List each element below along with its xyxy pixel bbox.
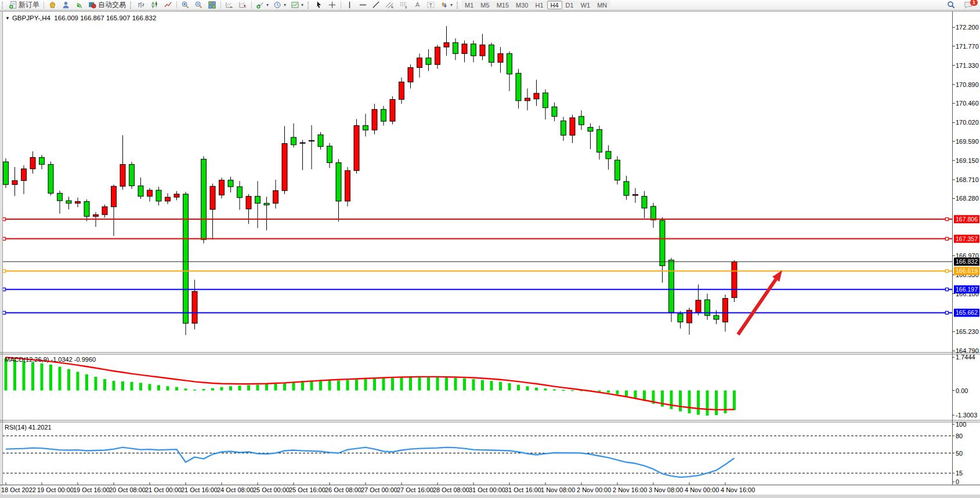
new-order-button[interactable]: 新订单 (6, 1, 42, 10)
separator (176, 1, 177, 9)
bar-chart-icon (137, 1, 146, 9)
svg-text:172.200: 172.200 (956, 24, 979, 31)
timeframe-m30[interactable]: M30 (512, 1, 531, 9)
hline-handle[interactable] (3, 311, 6, 314)
hline-handle[interactable] (946, 288, 949, 291)
toolbar-grip[interactable] (457, 2, 459, 9)
toolbar-group-chart: ▾ ▾ ▾ (128, 0, 306, 10)
timeframe-mn[interactable]: MN (594, 1, 610, 9)
chart-shift-button[interactable] (236, 1, 249, 10)
svg-text:18 Oct 2022: 18 Oct 2022 (1, 486, 36, 493)
candlestick-chart-icon (150, 1, 159, 9)
svg-text:170.020: 170.020 (956, 119, 979, 126)
svg-text:166.197: 166.197 (956, 286, 978, 293)
toolbar-grip[interactable] (130, 2, 132, 9)
fibonacci-button[interactable]: F (397, 1, 411, 10)
bar-chart-button[interactable] (135, 1, 148, 10)
vertical-line-icon (345, 1, 354, 9)
crosshair-icon (328, 1, 337, 9)
svg-text:19 Oct 00:00: 19 Oct 00:00 (37, 486, 74, 493)
horizontal-line-button[interactable] (356, 1, 370, 10)
svg-text:4 Nov 16:00: 4 Nov 16:00 (721, 486, 755, 493)
toolbar-grip[interactable] (2, 2, 4, 9)
svg-text:25 Oct 16:00: 25 Oct 16:00 (289, 486, 326, 493)
hline-handle[interactable] (946, 270, 949, 272)
mt4-window: { "toolbar": { "new_order_label": "新订单",… (0, 0, 980, 498)
svg-text:1.7444: 1.7444 (956, 354, 975, 361)
text-button[interactable]: A (411, 1, 424, 10)
zoom-out-button[interactable] (192, 1, 205, 10)
svg-text:168.710: 168.710 (956, 176, 979, 183)
svg-text:4 Nov 00:00: 4 Nov 00:00 (685, 486, 719, 493)
text-label-button[interactable]: T (424, 1, 437, 10)
channel-icon: E (385, 1, 395, 9)
vertical-line-button[interactable] (343, 1, 356, 10)
svg-text:F: F (405, 6, 407, 9)
crosshair-button[interactable] (326, 1, 339, 10)
svg-text:171.330: 171.330 (956, 62, 979, 69)
hline-handle[interactable] (3, 270, 6, 272)
arrows-icon (440, 1, 449, 9)
horizontal-line-icon (359, 1, 367, 9)
indicators-button[interactable]: ▾ (254, 1, 271, 10)
periods-button[interactable]: ▾ (271, 1, 288, 10)
toolbar-grip[interactable] (308, 2, 310, 9)
svg-text:2 Nov 00:00: 2 Nov 00:00 (577, 486, 611, 493)
zoom-in-button[interactable] (179, 1, 192, 10)
timeframe-h1[interactable]: H1 (531, 1, 547, 9)
equidistant-channel-button[interactable]: E (383, 1, 397, 10)
separator (44, 1, 44, 9)
hline-handle[interactable] (946, 237, 949, 240)
timeframe-d1[interactable]: D1 (562, 1, 577, 9)
svg-text:21 Oct 16:00: 21 Oct 16:00 (181, 486, 218, 493)
timeframe-m15[interactable]: M15 (493, 1, 512, 9)
autotrading-button[interactable]: 自动交易 (86, 1, 128, 10)
timeframe-w1[interactable]: W1 (577, 1, 594, 9)
timeframe-h4[interactable]: H4 (547, 1, 562, 9)
tile-windows-button[interactable] (205, 1, 219, 10)
tile-windows-icon (208, 1, 216, 9)
svg-text:31 Oct 00:00: 31 Oct 00:00 (469, 486, 505, 493)
new-order-icon (9, 1, 17, 9)
svg-text:2 Nov 16:00: 2 Nov 16:00 (613, 486, 647, 493)
svg-text:168.280: 168.280 (956, 195, 979, 202)
chart-canvas[interactable]: 172.200171.770171.330170.890170.460170.0… (0, 0, 980, 498)
svg-text:0.00: 0.00 (956, 387, 968, 394)
market-icon (48, 1, 57, 9)
chevron-down-icon: ▾ (266, 2, 269, 8)
svg-text:27 Oct 16:00: 27 Oct 16:00 (397, 486, 433, 493)
separator (220, 1, 221, 9)
templates-button[interactable]: ▾ (288, 1, 306, 10)
chart-shift-icon (238, 1, 247, 9)
svg-text:25 Oct 00:00: 25 Oct 00:00 (253, 486, 290, 493)
timeframe-m1[interactable]: M1 (461, 1, 477, 9)
signal-icon (75, 1, 84, 9)
auto-scroll-icon (225, 1, 234, 9)
svg-text:A: A (415, 1, 420, 8)
community-button[interactable] (59, 1, 73, 10)
trendline-button[interactable] (370, 1, 383, 10)
signals-button[interactable] (73, 1, 86, 10)
svg-text:100: 100 (956, 421, 966, 428)
hline-handle[interactable] (946, 311, 949, 314)
toolbar-group-objects: E F A T ▾ (306, 0, 455, 10)
cursor-button[interactable] (312, 1, 326, 10)
notifications-button[interactable]: 1 (961, 1, 975, 10)
autotrading-icon (88, 1, 97, 9)
line-chart-button[interactable] (161, 1, 175, 10)
search-button[interactable] (945, 1, 958, 10)
svg-text:-1.3003: -1.3003 (956, 412, 977, 419)
line-chart-icon (164, 1, 172, 9)
hline-handle[interactable] (946, 218, 949, 221)
market-button[interactable] (46, 1, 59, 10)
toolbar-group-trade: 新订单 自动交易 (0, 0, 128, 10)
hline-handle[interactable] (3, 218, 6, 221)
hline-handle[interactable] (3, 288, 6, 291)
arrows-button[interactable]: ▾ (437, 1, 455, 10)
svg-text:80: 80 (956, 432, 963, 439)
timeframe-m5[interactable]: M5 (477, 1, 493, 9)
candlestick-chart-button[interactable] (148, 1, 161, 10)
toolbar-group-right: 1 (945, 1, 975, 10)
hline-handle[interactable] (3, 237, 6, 240)
auto-scroll-button[interactable] (223, 1, 236, 10)
